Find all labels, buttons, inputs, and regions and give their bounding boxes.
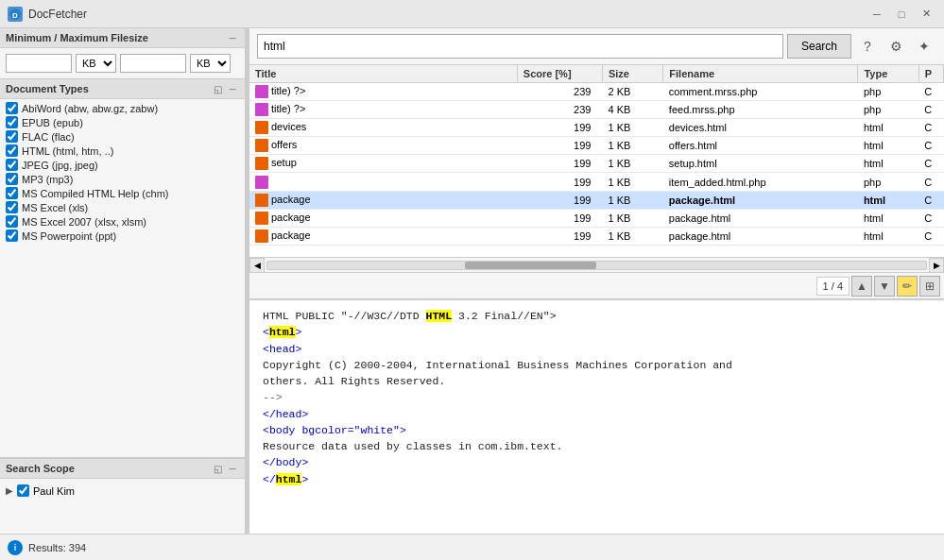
filesize-max-unit[interactable]: KBMBGB (190, 54, 231, 73)
nav-row: 1 / 4 ▲ ▼ ✏ ⊞ (249, 273, 944, 299)
doc-type-label: EPUB (epub) (22, 117, 83, 128)
doc-type-item: MP3 (mp3) (0, 172, 245, 186)
results-table: Title Score [%] Size Filename Type P tit… (249, 65, 944, 246)
table-scroll-wrapper[interactable]: Title Score [%] Size Filename Type P tit… (249, 65, 944, 257)
table-row[interactable]: setup 199 1 KB setup.html html C (249, 155, 944, 173)
col-type: Type (858, 65, 918, 83)
scroll-right-arrow[interactable]: ▶ (929, 258, 944, 273)
cell-score: 239 (517, 83, 602, 101)
doc-type-checkbox[interactable] (6, 187, 18, 199)
settings-button[interactable]: ⚙ (884, 34, 908, 59)
cell-filename: feed.mrss.php (663, 101, 858, 119)
doc-types-collapse-button[interactable]: ─ (226, 82, 239, 95)
filesize-min-input[interactable] (6, 54, 72, 73)
doc-type-label: MS Excel 2007 (xlsx, xlsm) (22, 216, 146, 228)
highlight-button[interactable]: ✏ (897, 276, 918, 297)
scroll-thumb[interactable] (465, 262, 596, 269)
preview-area: HTML PUBLIC "-//W3C//DTD HTML 3.2 Final/… (249, 299, 944, 534)
scroll-left-arrow[interactable]: ◀ (249, 258, 265, 273)
doc-type-checkbox[interactable] (6, 102, 18, 114)
filesize-collapse-button[interactable]: ─ (226, 31, 239, 44)
table-row[interactable]: package 199 1 KB package.html html C (249, 227, 944, 245)
minimize-button[interactable]: ─ (867, 4, 887, 25)
doc-type-checkbox[interactable] (6, 229, 18, 242)
doc-type-checkbox[interactable] (6, 201, 18, 213)
doc-types-restore-button[interactable]: ◱ (211, 82, 224, 95)
table-row[interactable]: package 199 1 KB package.html html C (249, 209, 944, 227)
next-page-button[interactable]: ▼ (874, 276, 895, 297)
file-type-icon (255, 212, 268, 225)
doc-type-label: JPEG (jpg, jpeg) (22, 160, 98, 171)
doc-type-label: MS Powerpoint (ppt) (22, 230, 116, 242)
close-button[interactable]: ✕ (916, 4, 936, 25)
search-scope-header: Search Scope ◱ ─ (0, 459, 245, 479)
svg-text:D: D (12, 11, 18, 20)
cell-filename: offers.html (663, 137, 858, 155)
search-button[interactable]: Search (787, 34, 851, 59)
doc-type-checkbox[interactable] (6, 116, 18, 128)
title-bar-left: D DocFetcher (8, 7, 87, 22)
filesize-min-unit[interactable]: KBMBGB (76, 54, 116, 73)
doc-type-label: MS Excel (xls) (22, 202, 88, 213)
tag-text: <html> (263, 326, 301, 338)
table-row[interactable]: 199 1 KB item_added.html.php php C (249, 173, 944, 191)
doc-type-checkbox[interactable] (6, 144, 18, 157)
status-info-icon: i (8, 540, 23, 555)
prev-page-button[interactable]: ▲ (851, 276, 872, 297)
doc-type-item: MS Excel 2007 (xlsx, xlsm) (0, 214, 245, 229)
doc-type-label: MP3 (mp3) (22, 174, 73, 185)
doc-type-item: MS Compiled HTML Help (chm) (0, 186, 245, 200)
doc-types-title: Document Types (6, 83, 89, 94)
cell-size: 2 KB (602, 83, 662, 101)
doc-type-checkbox[interactable] (6, 173, 18, 185)
doc-type-checkbox[interactable] (6, 130, 18, 143)
doc-type-item: FLAC (flac) (0, 129, 245, 144)
search-bar: Search ? ⚙ ✦ (249, 28, 944, 65)
scope-checkbox[interactable] (17, 484, 29, 497)
cell-p: C (918, 83, 943, 101)
search-input[interactable] (257, 34, 783, 59)
table-row[interactable]: devices 199 1 KB devices.html html C (249, 119, 944, 137)
filesize-section: Minimum / Maximum Filesize ─ KBMBGB KBMB… (0, 28, 245, 79)
doc-type-label: MS Compiled HTML Help (chm) (22, 188, 168, 199)
highlight-keyword: HTML (426, 310, 453, 322)
doc-type-item: MS Powerpoint (ppt) (0, 229, 245, 243)
file-type-icon (255, 103, 268, 116)
file-type-icon (255, 121, 268, 134)
cell-score: 199 (517, 119, 602, 137)
preview-line: others. All Rights Reserved. (263, 373, 931, 389)
cell-score: 199 (517, 137, 602, 155)
cell-p: C (918, 137, 943, 155)
table-row[interactable]: package 199 1 KB package.html html C (249, 191, 944, 209)
cell-p: C (918, 101, 943, 119)
maximize-button[interactable]: □ (891, 4, 912, 25)
cell-score: 239 (517, 101, 602, 119)
filesize-max-input[interactable] (120, 54, 186, 73)
doc-type-checkbox[interactable] (6, 159, 18, 171)
horizontal-scrollbar[interactable]: ◀ ▶ (249, 257, 944, 272)
refresh-button[interactable]: ✦ (912, 34, 936, 59)
scope-tree: ▶ Paul Kim (0, 479, 245, 534)
cell-size: 4 KB (602, 101, 662, 119)
table-row[interactable]: title) ?> 239 2 KB comment.mrss.php php … (249, 83, 944, 101)
cell-score: 199 (517, 227, 602, 245)
help-button[interactable]: ? (855, 34, 880, 59)
scroll-track[interactable] (266, 261, 927, 270)
preview-line: </head> (263, 406, 931, 422)
table-row[interactable]: title) ?> 239 4 KB feed.mrss.php php C (249, 101, 944, 119)
cell-p: C (918, 191, 943, 209)
doc-type-checkbox[interactable] (6, 215, 18, 228)
doc-types-section: Document Types ◱ ─ AbiWord (abw, abw.gz,… (0, 79, 245, 458)
cell-title: package (249, 209, 517, 227)
cell-type: php (858, 83, 918, 101)
table-row[interactable]: offers 199 1 KB offers.html html C (249, 137, 944, 155)
search-scope-restore-button[interactable]: ◱ (211, 462, 224, 475)
scope-arrow-icon[interactable]: ▶ (6, 485, 13, 496)
cell-filename: setup.html (663, 155, 858, 173)
scope-tree-item: ▶ Paul Kim (6, 483, 239, 499)
grid-view-button[interactable]: ⊞ (919, 276, 940, 297)
main-container: Minimum / Maximum Filesize ─ KBMBGB KBMB… (0, 28, 944, 534)
cell-title: setup (249, 155, 517, 173)
search-scope-collapse-button[interactable]: ─ (226, 462, 239, 475)
cell-filename: devices.html (663, 119, 858, 137)
